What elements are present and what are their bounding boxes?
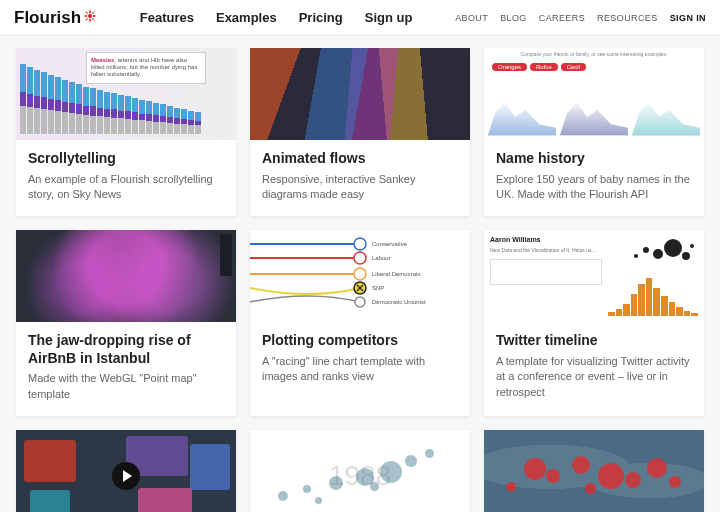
card-body: Twitter timeline A template for visualiz…	[484, 322, 704, 414]
card-desc: Responsive, interactive Sankey diagrams …	[262, 172, 458, 203]
card-body: Plotting competitors A "racing" line cha…	[250, 322, 470, 398]
card-body: The jaw-dropping rise of AirBnB in Istan…	[16, 322, 236, 416]
example-card-plotting-competitors[interactable]: Conservative Labour Liberal Democrats SN…	[250, 230, 470, 416]
nav-examples[interactable]: Examples	[216, 10, 277, 25]
nav-features[interactable]: Features	[140, 10, 194, 25]
svg-point-1	[354, 238, 366, 250]
example-card-animated-flows[interactable]: Animated flows Responsive, interactive S…	[250, 48, 470, 216]
svg-point-0	[88, 14, 92, 18]
thumbnail: Conservative Labour Liberal Democrats SN…	[250, 230, 470, 322]
logo[interactable]: Flourish	[14, 8, 97, 28]
example-card-scrollytelling[interactable]: Measles, tetanus and Hib have also kille…	[16, 48, 236, 216]
example-card-name-history[interactable]: Compare your friends or family, or see s…	[484, 48, 704, 216]
svg-point-15	[634, 254, 638, 258]
svg-text:Conservative: Conservative	[372, 241, 408, 247]
thumbnail: Aaron Williams New Data and the Visualiz…	[484, 230, 704, 322]
svg-text:SNP: SNP	[372, 285, 384, 291]
nav-blog[interactable]: BLOG	[500, 13, 527, 23]
thumbnail	[16, 230, 236, 322]
card-desc: A template for visualizing Twitter activ…	[496, 354, 692, 400]
nav-pricing[interactable]: Pricing	[299, 10, 343, 25]
thumbnail: 1988	[250, 430, 470, 512]
logo-text: Flourish	[14, 8, 81, 28]
svg-point-12	[653, 249, 663, 259]
header: Flourish Features Examples Pricing Sign …	[0, 0, 720, 36]
examples-grid: Measles, tetanus and Hib have also kille…	[16, 48, 704, 512]
card-desc: Made with the WebGL "Point map" template	[28, 371, 224, 402]
svg-point-5	[355, 297, 365, 307]
thumbnail	[16, 430, 236, 512]
card-body: Scrollytelling An example of a Flourish …	[16, 140, 236, 216]
thumbnail: Measles, tetanus and Hib have also kille…	[16, 48, 236, 140]
thumbnail: Compare your friends or family, or see s…	[484, 48, 704, 140]
svg-point-11	[664, 239, 682, 257]
chart-tooltip: Measles, tetanus and Hib have also kille…	[86, 52, 206, 84]
card-title: Twitter timeline	[496, 332, 692, 350]
thumbnail	[484, 430, 704, 512]
svg-point-13	[682, 252, 690, 260]
card-body: Animated flows Responsive, interactive S…	[250, 140, 470, 216]
example-card-map[interactable]	[484, 430, 704, 512]
nav-signin[interactable]: SIGN IN	[670, 13, 706, 23]
examples-grid-section: Measles, tetanus and Hib have also kille…	[0, 36, 720, 512]
logo-mark-icon	[83, 9, 97, 23]
card-title: The jaw-dropping rise of AirBnB in Istan…	[28, 332, 224, 367]
nav-resources[interactable]: RESOURCES	[597, 13, 658, 23]
card-body: Name history Explore 150 years of baby n…	[484, 140, 704, 216]
svg-point-3	[354, 268, 366, 280]
card-title: Scrollytelling	[28, 150, 224, 168]
card-desc: A "racing" line chart template with imag…	[262, 354, 458, 385]
svg-point-16	[690, 244, 694, 248]
nav-signup[interactable]: Sign up	[365, 10, 413, 25]
play-icon[interactable]	[112, 462, 140, 490]
svg-text:Democratic Unionist: Democratic Unionist	[372, 299, 426, 305]
card-title: Name history	[496, 150, 692, 168]
nav-careers[interactable]: CAREERS	[539, 13, 585, 23]
svg-text:Labour: Labour	[372, 255, 391, 261]
example-card-airbnb[interactable]: The jaw-dropping rise of AirBnB in Istan…	[16, 230, 236, 416]
example-card-twitter-timeline[interactable]: Aaron Williams New Data and the Visualiz…	[484, 230, 704, 416]
thumbnail	[250, 48, 470, 140]
svg-point-2	[354, 252, 366, 264]
svg-text:Liberal Democrats: Liberal Democrats	[372, 271, 421, 277]
example-card-video[interactable]	[16, 430, 236, 512]
map-controls-icon	[220, 234, 232, 276]
svg-point-14	[643, 247, 649, 253]
nav-about[interactable]: ABOUT	[455, 13, 488, 23]
nav-main: Features Examples Pricing Sign up	[140, 10, 413, 25]
card-title: Plotting competitors	[262, 332, 458, 350]
card-desc: An example of a Flourish scrollytelling …	[28, 172, 224, 203]
nav-secondary: ABOUT BLOG CAREERS RESOURCES SIGN IN	[455, 13, 706, 23]
card-desc: Explore 150 years of baby names in the U…	[496, 172, 692, 203]
example-card-evolving-correlations[interactable]: 1988 Evolving correlations	[250, 430, 470, 512]
card-title: Animated flows	[262, 150, 458, 168]
